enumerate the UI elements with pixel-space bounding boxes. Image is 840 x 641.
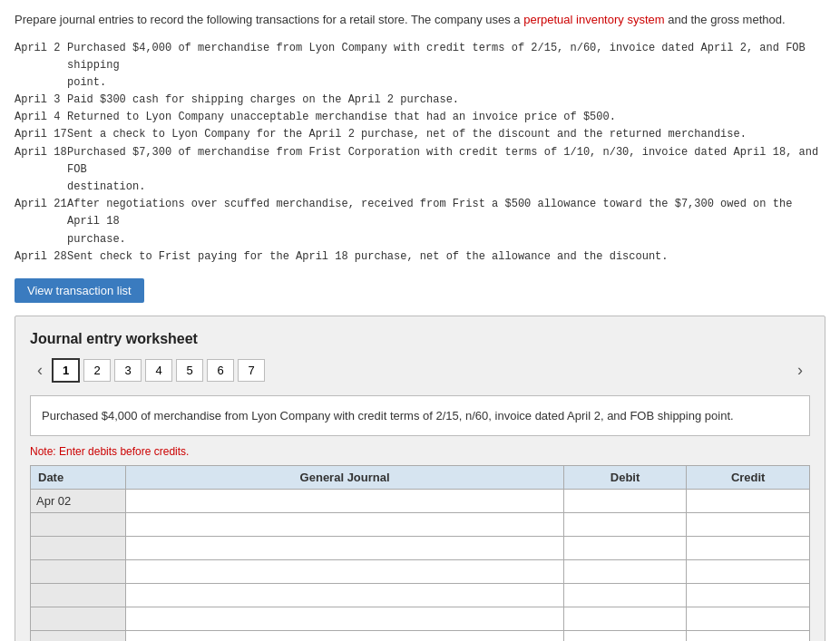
table-row — [31, 513, 810, 537]
debit-cell-7[interactable] — [563, 631, 687, 641]
next-page-button[interactable]: › — [790, 359, 810, 382]
transactions-list: April 2 Purchased $4,000 of merchandise … — [15, 40, 825, 266]
debit-input-6[interactable] — [570, 612, 681, 626]
page-1-button[interactable]: 1 — [52, 358, 80, 383]
debit-header: Debit — [563, 466, 687, 490]
credit-cell-5[interactable] — [687, 584, 810, 607]
debit-cell-1[interactable] — [563, 490, 687, 513]
date-cell-2 — [31, 513, 126, 537]
date-header: Date — [31, 466, 126, 490]
intro-paragraph: Prepare journal entries to record the fo… — [15, 11, 825, 29]
worksheet-title: Journal entry worksheet — [30, 331, 810, 347]
transaction-description: Purchased $4,000 of merchandise from Lyo… — [30, 395, 810, 437]
date-cell-6 — [31, 607, 126, 631]
pagination: ‹ 1 2 3 4 5 6 7 › — [30, 358, 810, 383]
debit-input-4[interactable] — [570, 565, 681, 578]
debit-cell-6[interactable] — [563, 607, 687, 631]
table-row — [31, 537, 810, 560]
date-cell-5 — [31, 584, 126, 607]
journal-cell-2[interactable] — [126, 513, 563, 537]
debit-input-7[interactable] — [570, 636, 681, 641]
credit-input-2[interactable] — [692, 518, 804, 531]
debit-cell-2[interactable] — [563, 513, 687, 537]
journal-cell-7[interactable] — [126, 631, 563, 641]
credit-input-4[interactable] — [692, 565, 804, 578]
page-5-button[interactable]: 5 — [176, 359, 203, 382]
page-3-button[interactable]: 3 — [114, 359, 142, 382]
credit-cell-3[interactable] — [687, 537, 810, 560]
credit-input-6[interactable] — [692, 612, 804, 626]
table-row: Apr 02 — [31, 490, 810, 513]
table-row — [31, 607, 810, 631]
date-cell-1: Apr 02 — [31, 490, 126, 513]
journal-table: Date General Journal Debit Credit Apr 02 — [30, 465, 810, 641]
journal-cell-3[interactable] — [126, 537, 563, 560]
credit-cell-1[interactable] — [687, 490, 810, 513]
table-row — [31, 631, 810, 641]
view-transaction-list-button[interactable]: View transaction list — [15, 278, 144, 303]
credit-input-5[interactable] — [692, 588, 804, 602]
journal-input-5[interactable] — [132, 588, 557, 602]
journal-input-4[interactable] — [132, 565, 557, 578]
date-cell-3 — [31, 537, 126, 560]
debit-input-1[interactable] — [570, 494, 681, 508]
journal-entry-worksheet: Journal entry worksheet ‹ 1 2 3 4 5 6 7 … — [15, 316, 825, 641]
debit-cell-5[interactable] — [563, 584, 687, 607]
date-cell-4 — [31, 560, 126, 584]
credit-input-3[interactable] — [692, 541, 804, 555]
date-cell-7 — [31, 631, 126, 641]
credit-cell-2[interactable] — [687, 513, 810, 537]
page-4-button[interactable]: 4 — [145, 359, 172, 382]
journal-cell-5[interactable] — [126, 584, 563, 607]
credit-input-1[interactable] — [692, 494, 804, 508]
general-journal-header: General Journal — [126, 466, 563, 490]
journal-input-1[interactable] — [132, 494, 557, 508]
credit-cell-6[interactable] — [687, 607, 810, 631]
journal-cell-6[interactable] — [126, 607, 563, 631]
debit-input-2[interactable] — [570, 518, 681, 531]
note-text: Note: Enter debits before credits. — [30, 445, 810, 458]
journal-input-7[interactable] — [132, 636, 557, 641]
table-row — [31, 584, 810, 607]
debit-input-5[interactable] — [570, 588, 681, 602]
page-6-button[interactable]: 6 — [207, 359, 234, 382]
debit-cell-4[interactable] — [563, 560, 687, 584]
journal-input-6[interactable] — [132, 612, 557, 626]
page-2-button[interactable]: 2 — [83, 359, 111, 382]
journal-input-2[interactable] — [132, 518, 557, 531]
credit-cell-4[interactable] — [687, 560, 810, 584]
debit-cell-3[interactable] — [563, 537, 687, 560]
credit-input-7[interactable] — [692, 636, 804, 641]
journal-cell-1[interactable] — [126, 490, 563, 513]
credit-cell-7[interactable] — [687, 631, 810, 641]
journal-cell-4[interactable] — [126, 560, 563, 584]
table-row — [31, 560, 810, 584]
debit-input-3[interactable] — [570, 541, 681, 555]
journal-input-3[interactable] — [132, 541, 557, 555]
page-7-button[interactable]: 7 — [238, 359, 265, 382]
credit-header: Credit — [687, 466, 810, 490]
prev-page-button[interactable]: ‹ — [30, 359, 50, 382]
